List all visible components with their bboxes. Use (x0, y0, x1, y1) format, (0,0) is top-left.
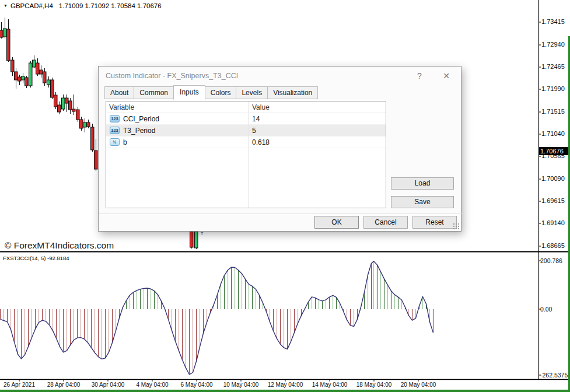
candle-body (7, 29, 11, 61)
candle-body (11, 60, 15, 72)
ok-button[interactable]: OK (314, 216, 359, 229)
time-axis-label: 6 May 04:00 (172, 382, 221, 388)
help-button[interactable]: ? (414, 71, 425, 80)
candle-body (95, 150, 98, 169)
time-axis-label: 14 May 04:00 (305, 382, 354, 388)
price-axis-label: 1.70090 (541, 175, 565, 182)
table-row[interactable]: 123 CCI_Period 14 (106, 113, 386, 125)
price-axis-label: 1.73415 (541, 18, 565, 25)
indicator-value-label: FXST3CCI(14, 5) -92.8184 (3, 255, 69, 261)
tab-colors[interactable]: Colors (205, 86, 237, 99)
price-axis-label: 1.69615 (541, 197, 565, 204)
dialog-separator (99, 214, 462, 214)
candle-body (87, 123, 90, 127)
candle-body (47, 80, 51, 85)
time-axis-label: 10 May 04:00 (216, 382, 265, 388)
resize-grip[interactable] (453, 223, 459, 229)
candle-body (51, 80, 54, 97)
candle-body (76, 110, 80, 120)
table-row[interactable]: ½ b 0.618 (106, 136, 386, 148)
candle-body (40, 70, 43, 74)
time-axis-label: 4 May 04:00 (128, 382, 177, 388)
time-axis-label: 12 May 04:00 (261, 382, 310, 388)
quote-bar: ▼GBPCAD#,H41.71009 1.71092 1.70584 1.706… (4, 2, 162, 9)
header-value: Value (248, 103, 386, 111)
time-axis-label: 26 Apr 2021 (0, 382, 44, 388)
variable-value[interactable]: 5 (248, 127, 386, 135)
indicator-axis-label: 0.00 (540, 306, 552, 313)
variable-name: b (123, 138, 127, 146)
time-axis-label: 28 Apr 04:00 (39, 382, 88, 388)
candle-body (65, 98, 69, 103)
time-axis-label: 30 Apr 04:00 (83, 382, 132, 388)
price-axis-label: 1.68665 (541, 242, 565, 249)
indicator-axis-label: -262.5375 (540, 372, 568, 379)
candle-body (33, 60, 36, 67)
save-button[interactable]: Save (391, 196, 454, 208)
price-axis-label: 1.72940 (541, 41, 565, 48)
candle-body (0, 30, 3, 37)
chart-object-marker: T (201, 232, 204, 236)
variable-name: T3_Period (123, 127, 155, 135)
mt4-chart-window: T ▼GBPCAD#,H41.71009 1.71092 1.70584 1.7… (0, 0, 570, 392)
quote-ohlc: 1.71009 1.71092 1.70584 1.70676 (59, 2, 162, 9)
price-axis-label: 1.71040 (541, 130, 565, 137)
variable-value[interactable]: 0.618 (248, 138, 386, 146)
price-axis-label: 1.71990 (541, 85, 565, 92)
candle-body (29, 63, 33, 86)
variable-value[interactable]: 14 (248, 115, 386, 123)
load-button[interactable]: Load (391, 177, 454, 190)
candle-body (91, 127, 95, 150)
dialog-tabs: AboutCommonInputsColorsLevelsVisualizati… (104, 86, 317, 99)
candle-body (62, 98, 65, 109)
header-variable: Variable (106, 103, 248, 111)
time-axis-label: 18 May 04:00 (349, 382, 398, 388)
candle-body (54, 95, 58, 107)
integer-type-icon: 123 (110, 115, 120, 123)
custom-indicator-dialog: Custom Indicator - FX_Snipervs_T3_CCI ? … (98, 66, 461, 232)
current-price-badge: 1.70676 (539, 147, 570, 155)
candle-body (80, 120, 83, 128)
price-axis-label: 1.71515 (541, 108, 565, 115)
candle-body (25, 78, 29, 86)
candle-body (36, 63, 40, 74)
candle-body (195, 232, 198, 248)
candle-body (15, 72, 18, 80)
candle-body (69, 101, 72, 110)
time-axis-label: 20 May 04:00 (394, 382, 443, 388)
candle-body (58, 105, 61, 112)
close-button[interactable]: ✕ (441, 71, 452, 80)
symbol-dropdown-icon[interactable]: ▼ (4, 4, 8, 8)
candle-body (72, 109, 76, 111)
indicator-axis-label: 200.786 (540, 257, 562, 264)
tab-visualization[interactable]: Visualization (267, 86, 318, 99)
tab-levels[interactable]: Levels (236, 86, 268, 99)
tab-common[interactable]: Common (134, 86, 174, 99)
candle-body (4, 29, 7, 37)
tab-inputs[interactable]: Inputs (173, 85, 205, 100)
table-row-selected[interactable]: 123 T3_Period 5 (106, 125, 386, 136)
candle-body (43, 72, 47, 83)
cancel-button[interactable]: Cancel (363, 216, 408, 229)
reset-button[interactable]: Reset (412, 216, 457, 229)
quote-symbol: GBPCAD#,H4 (11, 2, 53, 9)
tab-about[interactable]: About (104, 86, 134, 99)
oscillator-line (1, 261, 433, 374)
candle-body (83, 123, 87, 127)
candle-body (22, 76, 25, 80)
watermark: © ForexMT4Indicators.com (5, 240, 114, 251)
candle-body (190, 232, 194, 247)
variable-name: CCI_Period (123, 115, 159, 123)
table-header-row: Variable Value (106, 102, 386, 113)
column-divider (248, 102, 249, 208)
candle-body (18, 77, 22, 81)
integer-type-icon: 123 (110, 127, 120, 134)
price-axis-label: 1.69140 (541, 219, 565, 226)
chart-border-highlight-bottom (0, 390, 570, 392)
inputs-table: Variable Value 123 CCI_Period 14 123 T3_… (106, 101, 386, 208)
dialog-title[interactable]: Custom Indicator - FX_Snipervs_T3_CCI (106, 66, 238, 85)
price-axis-label: 1.72465 (541, 63, 565, 70)
double-type-icon: ½ (110, 138, 120, 146)
